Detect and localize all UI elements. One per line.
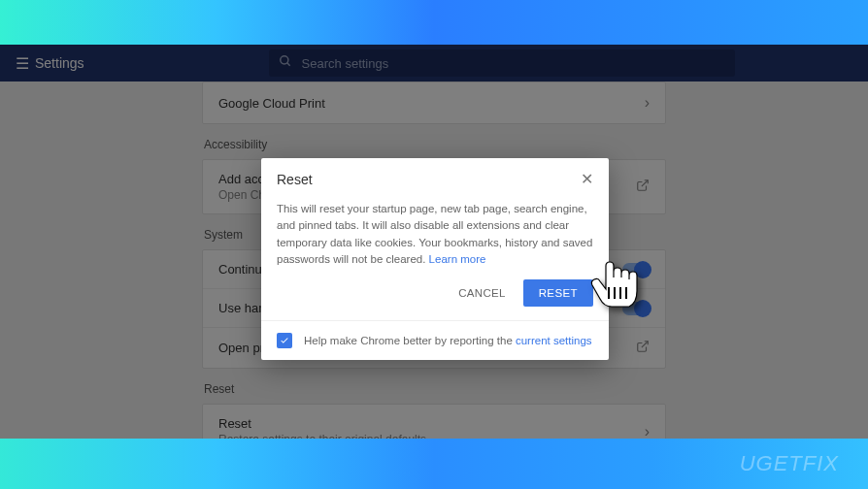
close-icon[interactable]: ✕ bbox=[581, 172, 593, 187]
reset-dialog: Reset ✕ This will reset your startup pag… bbox=[261, 158, 609, 360]
cursor-pointer-icon bbox=[588, 258, 664, 322]
svg-rect-5 bbox=[614, 287, 616, 299]
footer-text: Help make Chrome better by reporting the bbox=[304, 335, 516, 346]
reset-button[interactable]: RESET bbox=[523, 279, 593, 307]
learn-more-link[interactable]: Learn more bbox=[429, 253, 486, 265]
current-settings-link[interactable]: current settings bbox=[516, 335, 592, 346]
watermark: UGETFIX bbox=[740, 451, 839, 476]
svg-rect-7 bbox=[625, 287, 627, 299]
dialog-footer: Help make Chrome better by reporting the… bbox=[261, 320, 609, 360]
dialog-body: This will reset your startup page, new t… bbox=[261, 191, 609, 279]
cancel-button[interactable]: CANCEL bbox=[451, 279, 513, 307]
dialog-title: Reset bbox=[277, 172, 313, 187]
svg-rect-4 bbox=[608, 287, 610, 299]
gradient-top-bar bbox=[0, 0, 868, 45]
report-checkbox[interactable] bbox=[277, 333, 292, 348]
gradient-bottom-bar: UGETFIX bbox=[0, 439, 868, 489]
svg-rect-6 bbox=[619, 287, 621, 299]
